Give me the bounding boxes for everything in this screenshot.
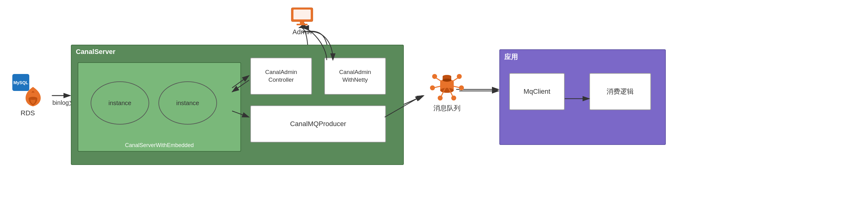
svg-rect-10 — [293, 9, 311, 20]
diagram-container: Admin MySQL RDS binlog文件 C — [0, 0, 868, 201]
canal-admin-netty-label: CanalAdminWithNetty — [339, 68, 371, 84]
canal-admin-controller-label: CanalAdminController — [265, 68, 297, 84]
app-box: 应用 MqClient 消费逻辑 — [499, 49, 666, 145]
mysql-badge: MySQL — [12, 74, 29, 91]
embedded-box: instance instance CanalServerWithEmbedde… — [78, 62, 241, 152]
mq-label: 消息队列 — [433, 104, 461, 113]
svg-point-25 — [432, 74, 437, 79]
canal-server-label: CanalServer — [76, 48, 115, 56]
rds-stack: MySQL — [12, 74, 43, 108]
svg-point-29 — [438, 95, 443, 100]
canal-admin-netty-box: CanalAdminWithNetty — [324, 58, 386, 95]
instance2-ellipse: instance — [158, 81, 217, 124]
svg-point-33 — [443, 79, 451, 82]
svg-point-18 — [440, 88, 454, 93]
computer-icon — [290, 6, 314, 26]
svg-point-27 — [430, 85, 435, 90]
consume-logic-box: 消费逻辑 — [589, 73, 651, 110]
instance1-ellipse: instance — [91, 81, 149, 124]
rds-section: MySQL RDS — [12, 74, 43, 117]
canal-mq-producer-box: CanalMQProducer — [250, 106, 386, 142]
svg-point-30 — [451, 95, 456, 100]
rds-label: RDS — [21, 109, 35, 117]
canal-admin-controller-box: CanalAdminController — [250, 58, 312, 95]
mq-icon — [430, 68, 464, 102]
right-panels: CanalAdminController CanalAdminWithNetty… — [250, 58, 392, 153]
admin-section: Admin — [277, 6, 327, 36]
canal-server-box: CanalServer instance instance CanalServe… — [71, 45, 404, 165]
mq-cluster-svg — [430, 68, 464, 102]
app-label: 应用 — [504, 52, 518, 62]
svg-point-28 — [459, 85, 464, 90]
admin-label: Admin — [292, 28, 312, 36]
svg-rect-12 — [297, 24, 308, 25]
svg-rect-11 — [300, 22, 304, 24]
embedded-label: CanalServerWithEmbedded — [125, 142, 193, 149]
mq-section: 消息队列 — [425, 68, 468, 113]
mq-client-box: MqClient — [509, 73, 565, 110]
svg-point-15 — [29, 97, 37, 100]
svg-point-26 — [457, 74, 462, 79]
